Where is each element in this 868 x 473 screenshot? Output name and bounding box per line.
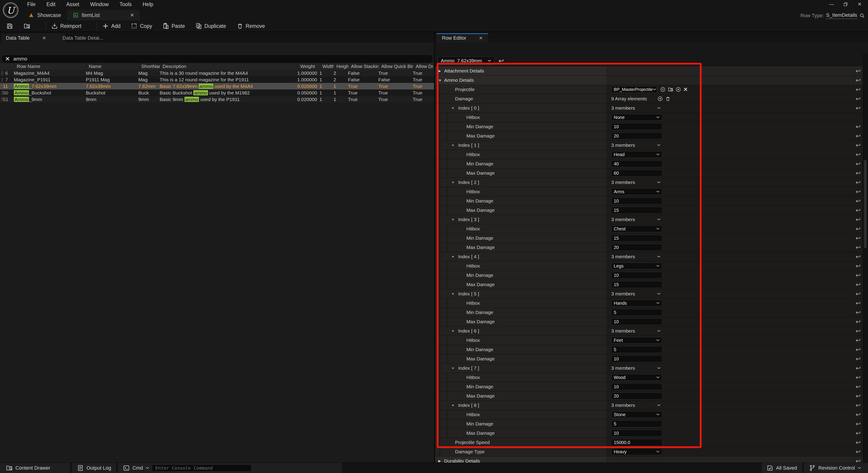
hitbox-dropdown[interactable]: None — [611, 114, 662, 121]
reset-to-default-button[interactable]: ↩ — [856, 169, 861, 178]
min-damage-field[interactable]: 10 — [611, 123, 662, 130]
column-header-allow-quick-bind[interactable]: Allow Quick Bind — [379, 63, 413, 70]
expander-open-icon[interactable]: ▼ — [452, 144, 454, 147]
reset-to-default-button[interactable]: ↩ — [856, 206, 861, 215]
reset-to-default-button[interactable]: ↩ — [856, 308, 861, 317]
reset-to-default-button[interactable]: ↩ — [856, 438, 861, 447]
column-header-row-name[interactable]: Row Name — [14, 63, 87, 70]
reset-to-default-button[interactable]: ↩ — [856, 289, 861, 298]
reset-to-default-button[interactable]: ↩ — [856, 363, 861, 373]
tab-close-icon[interactable]: ✕ — [130, 12, 134, 18]
min-damage-field[interactable]: 10 — [611, 198, 662, 204]
chevron-down-icon[interactable] — [657, 367, 661, 369]
menu-file[interactable]: File — [23, 0, 40, 9]
drag-handle-icon[interactable] — [1, 84, 3, 88]
unreal-engine-logo-icon[interactable]: U — [2, 2, 19, 19]
max-damage-field[interactable]: 20 — [611, 132, 662, 139]
min-damage-field[interactable]: 5 — [611, 346, 662, 353]
column-header-shortname[interactable]: ShortName — [139, 63, 160, 70]
cmd-label[interactable]: Cmd — [132, 465, 143, 471]
column-header-allow-stacking[interactable]: Allow Stacking — [349, 63, 379, 70]
max-damage-field[interactable]: 10 — [611, 355, 662, 362]
reset-to-default-button[interactable]: ↩ — [856, 66, 861, 76]
tab-data-table[interactable]: Data Table ✕ — [1, 33, 65, 42]
tab-row-editor[interactable]: Row Editor ✕ — [436, 33, 488, 42]
duplicate-button[interactable]: Duplicate — [195, 23, 226, 29]
scrollbar-thumb[interactable] — [864, 160, 867, 248]
reset-to-default-button[interactable]: ↩ — [856, 373, 861, 382]
reset-to-default-button[interactable]: ↩ — [856, 280, 861, 289]
reset-to-default-button[interactable]: ↩ — [856, 354, 861, 363]
browse-to-asset-icon[interactable] — [668, 87, 673, 92]
add-asset-icon[interactable] — [676, 87, 681, 92]
chevron-down-icon[interactable] — [146, 467, 149, 469]
hitbox-dropdown[interactable]: Wood — [611, 374, 662, 381]
drag-handle-icon[interactable] — [1, 91, 3, 95]
use-selected-asset-icon[interactable] — [660, 87, 665, 92]
clear-search-icon[interactable]: ✕ — [2, 56, 13, 62]
max-damage-field[interactable]: 15 — [611, 281, 662, 288]
hitbox-dropdown[interactable]: Head — [611, 151, 662, 158]
hitbox-dropdown[interactable]: Feet — [611, 337, 662, 344]
chevron-down-icon[interactable] — [657, 404, 661, 406]
reset-to-default-button[interactable]: ↩ — [856, 419, 861, 428]
undo-row-change-button[interactable]: ↩ — [498, 57, 504, 65]
table-row-magazine-p1911[interactable]: 7Magazine_P1911P1911 MagMagThis is a 12 … — [0, 76, 434, 83]
reset-to-default-button[interactable]: ↩ — [856, 299, 861, 307]
max-damage-field[interactable]: 15 — [611, 207, 662, 214]
console-command-input[interactable] — [152, 465, 251, 471]
max-damage-field[interactable]: 10 — [611, 318, 662, 325]
hitbox-dropdown[interactable]: Hands — [611, 300, 662, 306]
expander-open-icon[interactable]: ▼ — [452, 255, 454, 259]
reset-to-default-button[interactable]: ↩ — [856, 243, 861, 252]
min-damage-field[interactable]: 5 — [611, 309, 662, 316]
reset-to-default-button[interactable]: ↩ — [856, 224, 861, 233]
max-damage-field[interactable]: 20 — [611, 244, 662, 251]
min-damage-field[interactable]: 10 — [611, 383, 662, 390]
minimize-window-icon[interactable]: — — [825, 0, 839, 9]
reset-to-default-button[interactable]: ↩ — [856, 317, 861, 326]
add-button[interactable]: Add — [102, 23, 120, 29]
table-row-magazine-m4a4[interactable]: 6Magazine_M4A4M4 MagMagThis is a 30 roun… — [0, 70, 434, 76]
tab-itemlist[interactable]: ItemList ✕ — [67, 10, 140, 20]
reset-to-default-button[interactable]: ↩ — [856, 382, 861, 391]
reset-to-default-button[interactable]: ↩ — [856, 159, 861, 168]
reset-to-default-button[interactable]: ↩ — [856, 234, 861, 243]
menu-tools[interactable]: Tools — [115, 0, 136, 9]
chevron-down-icon[interactable] — [657, 330, 661, 332]
expander-open-icon[interactable]: ▼ — [452, 292, 454, 296]
chevron-down-icon[interactable] — [657, 107, 661, 109]
column-header-allow-dr[interactable]: Allow Dr — [413, 63, 434, 70]
menu-asset[interactable]: Asset — [62, 0, 84, 9]
save-button[interactable] — [6, 23, 13, 29]
add-element-icon[interactable] — [657, 96, 663, 101]
search-input[interactable]: ✕ ammo — [1, 55, 433, 63]
table-row-ammo-7-62x39mm[interactable]: 11Ammo_7.62x39mm7.62x39mm7.62mmBasic 7.6… — [0, 83, 434, 89]
reset-to-default-button[interactable]: ↩ — [856, 197, 861, 205]
reset-to-default-button[interactable]: ↩ — [856, 150, 861, 159]
expander-open-icon[interactable]: ▼ — [452, 366, 454, 370]
expander-open-icon[interactable]: ▼ — [452, 404, 454, 407]
expander-open-icon[interactable]: ▼ — [452, 329, 454, 333]
reset-to-default-button[interactable]: ↩ — [856, 94, 861, 103]
hitbox-dropdown[interactable]: Legs — [611, 263, 662, 269]
reset-to-default-button[interactable]: ↩ — [856, 104, 861, 113]
vertical-scrollbar[interactable] — [863, 54, 868, 473]
content-drawer-button[interactable]: Content Drawer — [0, 463, 70, 473]
reset-to-default-button[interactable]: ↩ — [856, 428, 861, 438]
column-header-width[interactable]: Width — [320, 63, 334, 70]
expander-closed-icon[interactable]: ▶ — [438, 69, 441, 73]
reset-to-default-button[interactable]: ↩ — [856, 326, 861, 335]
drag-handle-icon[interactable] — [1, 71, 3, 75]
reset-to-default-button[interactable]: ↩ — [856, 336, 861, 345]
chevron-down-icon[interactable] — [657, 256, 661, 258]
copy-button[interactable]: Copy — [131, 23, 152, 29]
reset-to-default-button[interactable]: ↩ — [856, 391, 861, 401]
reset-to-default-button[interactable]: ↩ — [856, 178, 861, 187]
reset-to-default-button[interactable]: ↩ — [856, 271, 861, 280]
reset-to-default-button[interactable]: ↩ — [856, 345, 861, 354]
reset-to-default-button[interactable]: ↩ — [856, 252, 861, 261]
row-type-link[interactable]: S_ItemDetails — [826, 12, 857, 19]
max-damage-field[interactable]: 10 — [611, 430, 662, 437]
expander-open-icon[interactable]: ▼ — [452, 181, 454, 184]
